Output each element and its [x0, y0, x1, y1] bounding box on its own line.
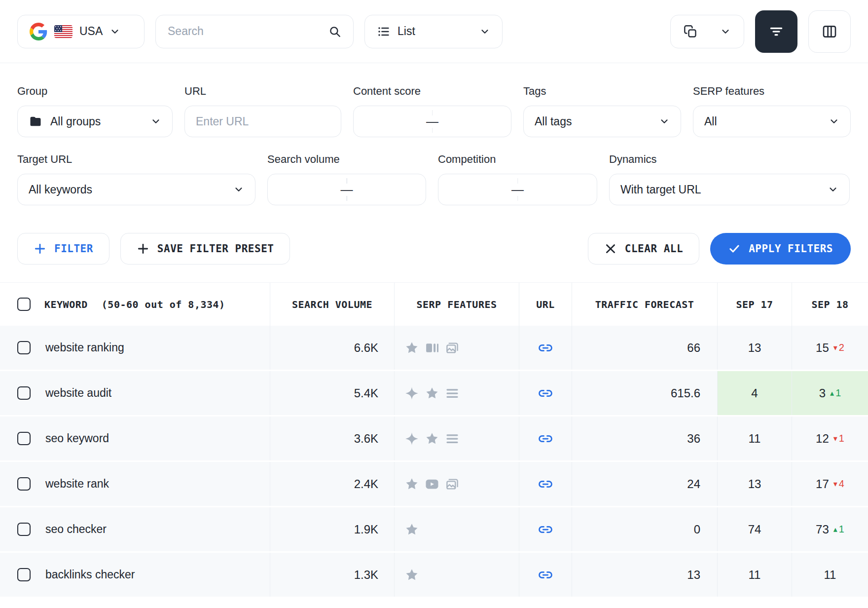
competition-field: Competition —: [438, 153, 597, 205]
add-filter-button[interactable]: FILTER: [17, 233, 109, 265]
search-volume-label: Search volume: [267, 153, 426, 166]
traffic-forecast-cell: 615.6: [572, 371, 718, 415]
row-checkbox[interactable]: [17, 477, 31, 491]
keyword-label: website rank: [45, 477, 109, 491]
link-icon[interactable]: [538, 341, 553, 355]
list-icon: [445, 386, 460, 401]
url-filter-field: URL: [184, 85, 341, 137]
rank-change-up: ▴1: [830, 387, 841, 399]
row-checkbox[interactable]: [17, 432, 31, 445]
table-row[interactable]: website ranking6.6K661315▾2: [0, 326, 868, 371]
select-all-checkbox[interactable]: [17, 298, 31, 311]
serp-features-select[interactable]: All: [693, 106, 851, 137]
dynamics-field: Dynamics With target URL: [609, 153, 850, 205]
dynamics-select[interactable]: With target URL: [609, 174, 850, 205]
row-checkbox[interactable]: [17, 386, 31, 400]
keyword-cell: website rank: [0, 462, 270, 506]
sep17-rank-cell: 11: [718, 417, 792, 460]
sep18-rank-cell: 73▴1: [792, 507, 868, 551]
sep18-header[interactable]: SEP 18: [792, 283, 868, 326]
rank-change-up: ▴1: [833, 524, 844, 535]
sep17-header[interactable]: SEP 17: [718, 283, 792, 326]
tags-filter-field: Tags All tags: [523, 85, 681, 137]
group-filter-label: Group: [17, 85, 173, 98]
video-icon: [425, 477, 439, 492]
apply-filters-button[interactable]: APPLY FILTERS: [710, 233, 851, 265]
chevron-down-icon: [479, 26, 490, 37]
group-select-value: All groups: [50, 115, 101, 128]
url-cell: [519, 462, 572, 506]
star-icon: [404, 341, 419, 355]
table-row[interactable]: seo keyword3.6K361112▾1: [0, 417, 868, 462]
range-dash: —: [421, 115, 443, 128]
target-url-select[interactable]: All keywords: [17, 174, 255, 205]
filter-toggle-button[interactable]: [755, 10, 797, 53]
serp-features-header[interactable]: SERP FEATURES: [395, 283, 519, 326]
url-header[interactable]: URL: [519, 283, 572, 326]
filter-lines-icon: [768, 24, 784, 39]
table-row[interactable]: website rank2.4K241317▾4: [0, 462, 868, 507]
traffic-forecast-header[interactable]: TRAFFIC FORECAST: [572, 283, 718, 326]
table-row[interactable]: seo checker1.9K07473▴1: [0, 507, 868, 553]
search-volume-cell: 1.9K: [270, 507, 395, 551]
google-logo-icon: [30, 23, 47, 40]
keyword-cell: backlinks checker: [0, 553, 270, 597]
plus-icon: [137, 242, 149, 255]
chevron-down-icon: [829, 116, 839, 127]
group-select[interactable]: All groups: [17, 106, 173, 137]
row-checkbox[interactable]: [17, 523, 31, 536]
row-checkbox[interactable]: [17, 341, 31, 354]
link-icon[interactable]: [538, 522, 553, 537]
keyword-header-label: KEYWORD: [44, 299, 88, 310]
dynamics-label: Dynamics: [609, 153, 850, 166]
competition-range-input[interactable]: —: [438, 174, 597, 205]
link-icon[interactable]: [538, 568, 553, 582]
table-body: website ranking6.6K661315▾2website audit…: [0, 326, 868, 598]
columns-settings-button[interactable]: [808, 10, 851, 53]
search-input[interactable]: [168, 25, 306, 38]
usa-flag-icon: [54, 25, 72, 38]
traffic-forecast-cell: 36: [572, 417, 718, 460]
list-icon: [445, 431, 460, 446]
copy-export-dropdown[interactable]: [670, 15, 744, 48]
tags-select-value: All tags: [535, 115, 572, 128]
keyword-search-box[interactable]: [155, 15, 354, 48]
search-volume-cell: 2.4K: [270, 462, 395, 506]
serp-features-cell: [395, 462, 519, 506]
search-volume-header[interactable]: SEARCH VOLUME: [270, 283, 395, 326]
content-score-field: Content score —: [353, 85, 511, 137]
search-volume-range-input[interactable]: —: [267, 174, 426, 205]
url-input[interactable]: [196, 115, 330, 128]
search-engine-region-selector[interactable]: USA: [17, 15, 145, 48]
tags-select[interactable]: All tags: [523, 106, 681, 137]
serp-features-cell: [395, 417, 519, 460]
copy-icon: [684, 25, 697, 38]
save-filter-preset-button[interactable]: SAVE FILTER PRESET: [120, 233, 290, 265]
target-url-field: Target URL All keywords: [17, 153, 255, 205]
table-row[interactable]: website audit5.4K615.643▴1: [0, 371, 868, 417]
view-mode-label: List: [398, 25, 415, 38]
serp-features-filter-label: SERP features: [693, 85, 851, 98]
link-icon[interactable]: [538, 386, 553, 401]
traffic-forecast-cell: 66: [572, 326, 718, 370]
filter-actions-row: FILTER SAVE FILTER PRESET CLEAR ALL APPL…: [17, 221, 851, 265]
url-input-wrap[interactable]: [184, 106, 341, 137]
view-mode-selector[interactable]: List: [364, 15, 503, 48]
link-icon[interactable]: [538, 431, 553, 446]
top-toolbar: USA List: [0, 0, 868, 63]
check-icon: [728, 242, 741, 255]
table-row[interactable]: backlinks checker1.3K131111: [0, 553, 868, 598]
sep17-rank-cell: 13: [718, 326, 792, 370]
sep18-rank-cell: 11: [792, 553, 868, 597]
clear-all-button[interactable]: CLEAR ALL: [588, 233, 699, 265]
star-icon: [404, 477, 419, 492]
search-volume-cell: 6.6K: [270, 326, 395, 370]
folder-icon: [29, 114, 42, 128]
link-icon[interactable]: [538, 477, 553, 492]
group-filter-field: Group All groups: [17, 85, 173, 137]
row-checkbox[interactable]: [17, 568, 31, 581]
keyword-label: website ranking: [45, 341, 124, 354]
chevron-down-icon: [659, 116, 670, 127]
url-cell: [519, 553, 572, 597]
content-score-range-input[interactable]: —: [353, 106, 511, 137]
